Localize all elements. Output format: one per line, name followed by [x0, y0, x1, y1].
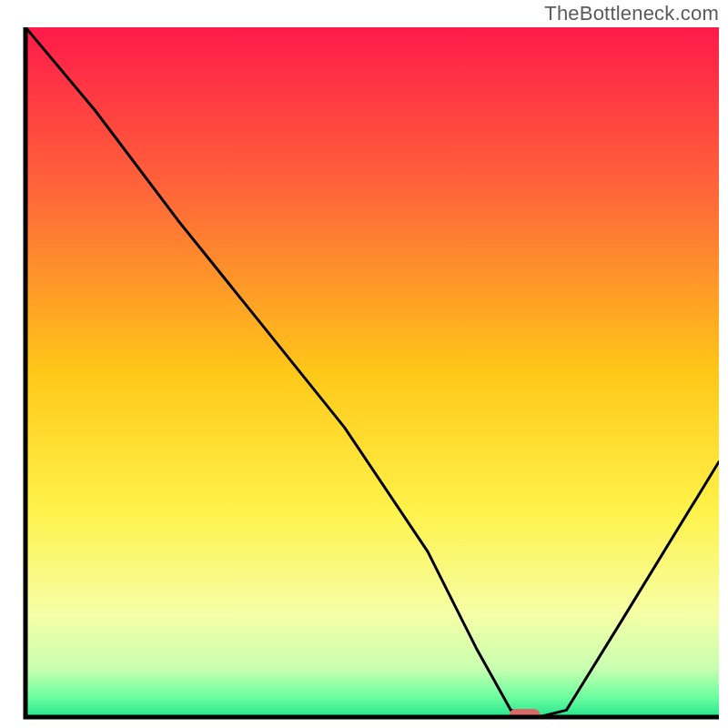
chart-svg [0, 0, 728, 728]
gradient-background [25, 27, 719, 717]
chart-container: TheBottleneck.com [0, 0, 728, 728]
watermark-label: TheBottleneck.com [544, 2, 719, 25]
